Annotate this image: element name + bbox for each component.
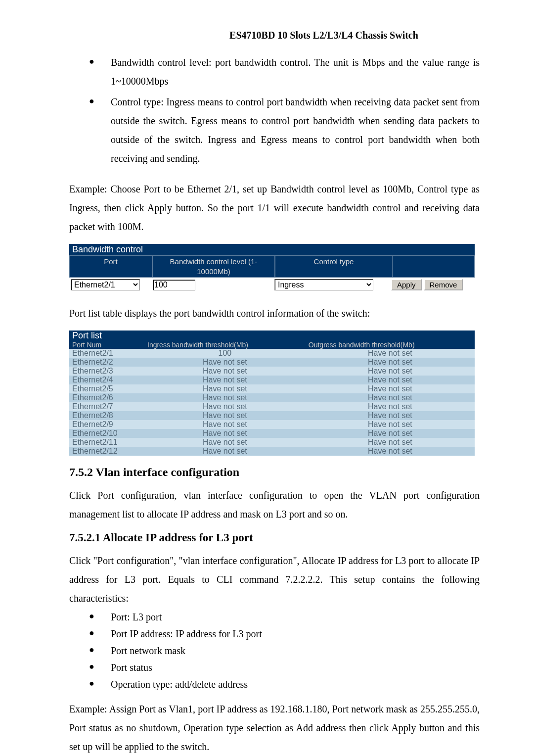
top-bullet-list: Bandwidth control level: port bandwidth … [69, 53, 480, 168]
col-header-port: Port [69, 255, 152, 278]
table-row: Ethernet2/12Have not setHave not set [69, 447, 475, 456]
col-header-control-type: Control type [275, 255, 393, 278]
port-cell: Ethernet2/10 [69, 429, 144, 438]
port-cell: Ethernet2/6 [69, 393, 144, 402]
outgress-cell: Have not set [306, 438, 475, 447]
table-row: Ethernet2/2Have not setHave not set [69, 358, 475, 367]
table-row: Ethernet2/9Have not setHave not set [69, 420, 475, 429]
outgress-cell: Have not set [306, 349, 475, 358]
ingress-cell: 100 [144, 349, 306, 358]
portlist-col-port: Port Num [69, 341, 144, 349]
ingress-cell: Have not set [144, 402, 306, 411]
outgress-cell: Have not set [306, 429, 475, 438]
outgress-cell: Have not set [306, 402, 475, 411]
col-header-blank [393, 255, 475, 278]
portlist-title: Port list [69, 331, 475, 341]
outgress-cell: Have not set [306, 420, 475, 429]
example-paragraph-2: Example: Assign Port as Vlan1, port IP a… [69, 700, 480, 756]
bandwidth-level-input[interactable] [153, 280, 195, 290]
list-item: Control type: Ingress means to control p… [89, 93, 480, 168]
port-select[interactable]: Ethernet2/1 [71, 279, 140, 290]
list-item: Port IP address: IP address for L3 port [89, 626, 480, 641]
ingress-cell: Have not set [144, 438, 306, 447]
list-item: Operation type: add/delete address [89, 677, 480, 692]
port-cell: Ethernet2/5 [69, 384, 144, 393]
outgress-cell: Have not set [306, 358, 475, 367]
outgress-cell: Have not set [306, 367, 475, 376]
page-header: ES4710BD 10 Slots L2/L3/L4 Chassis Switc… [168, 30, 480, 41]
port-cell: Ethernet2/2 [69, 358, 144, 367]
example-paragraph-1: Example: Choose Port to be Ethernet 2/1,… [69, 180, 480, 236]
ingress-cell: Have not set [144, 393, 306, 402]
list-item: Bandwidth control level: port bandwidth … [89, 53, 480, 91]
control-type-select[interactable]: Ingress [274, 279, 373, 290]
port-cell: Ethernet2/3 [69, 367, 144, 376]
table-row: Ethernet2/6Have not setHave not set [69, 393, 475, 402]
ingress-cell: Have not set [144, 367, 306, 376]
table-row: Ethernet2/11Have not setHave not set [69, 438, 475, 447]
remove-button[interactable]: Remove [424, 279, 463, 290]
characteristics-list: Port: L3 port Port IP address: IP addres… [69, 610, 480, 692]
port-list-table: Port list Port Num Ingress bandwidth thr… [69, 331, 475, 456]
ingress-cell: Have not set [144, 447, 306, 456]
apply-button[interactable]: Apply [391, 279, 422, 290]
ingress-cell: Have not set [144, 411, 306, 420]
table-row: Ethernet2/7Have not setHave not set [69, 402, 475, 411]
outgress-cell: Have not set [306, 376, 475, 384]
port-cell: Ethernet2/7 [69, 402, 144, 411]
list-item: Port: L3 port [89, 610, 480, 624]
port-cell: Ethernet2/9 [69, 420, 144, 429]
outgress-cell: Have not set [306, 384, 475, 393]
ingress-cell: Have not set [144, 384, 306, 393]
port-cell: Ethernet2/11 [69, 438, 144, 447]
col-header-level: Bandwidth control level (1-10000Mb) [152, 255, 275, 278]
table-row: Ethernet2/5Have not setHave not set [69, 384, 475, 393]
list-item: Port status [89, 660, 480, 675]
ingress-cell: Have not set [144, 358, 306, 367]
list-item: Port network mask [89, 643, 480, 658]
ingress-cell: Have not set [144, 420, 306, 429]
table-row: Ethernet2/3Have not setHave not set [69, 367, 475, 376]
table-row: Ethernet2/10Have not setHave not set [69, 429, 475, 438]
ingress-cell: Have not set [144, 429, 306, 438]
portlist-col-ingress: Ingress bandwidth threshold(Mb) [144, 341, 306, 349]
outgress-cell: Have not set [306, 393, 475, 402]
table-row: Ethernet2/4Have not setHave not set [69, 376, 475, 384]
port-cell: Ethernet2/12 [69, 447, 144, 456]
portlist-intro: Port list table displays the port bandwi… [69, 304, 480, 323]
ingress-cell: Have not set [144, 376, 306, 384]
section-7-5-2-1-paragraph: Click "Port configuration", "vlan interf… [69, 551, 480, 608]
portlist-col-outgress: Outgress bandwidth threshold(Mb) [306, 341, 475, 349]
port-cell: Ethernet2/8 [69, 411, 144, 420]
section-7-5-2-1-heading: 7.5.2.1 Allocate IP address for L3 port [69, 531, 480, 544]
outgress-cell: Have not set [306, 447, 475, 456]
outgress-cell: Have not set [306, 411, 475, 420]
bandwidth-control-title: Bandwidth control [72, 244, 143, 254]
section-7-5-2-heading: 7.5.2 Vlan interface configuration [69, 466, 480, 479]
table-row: Ethernet2/8Have not setHave not set [69, 411, 475, 420]
bandwidth-control-panel: Bandwidth control Port Bandwidth control… [69, 244, 475, 292]
port-cell: Ethernet2/4 [69, 376, 144, 384]
port-cell: Ethernet2/1 [69, 349, 144, 358]
table-row: Ethernet2/1100Have not set [69, 349, 475, 358]
section-7-5-2-paragraph: Click Port configuration, vlan interface… [69, 486, 480, 523]
